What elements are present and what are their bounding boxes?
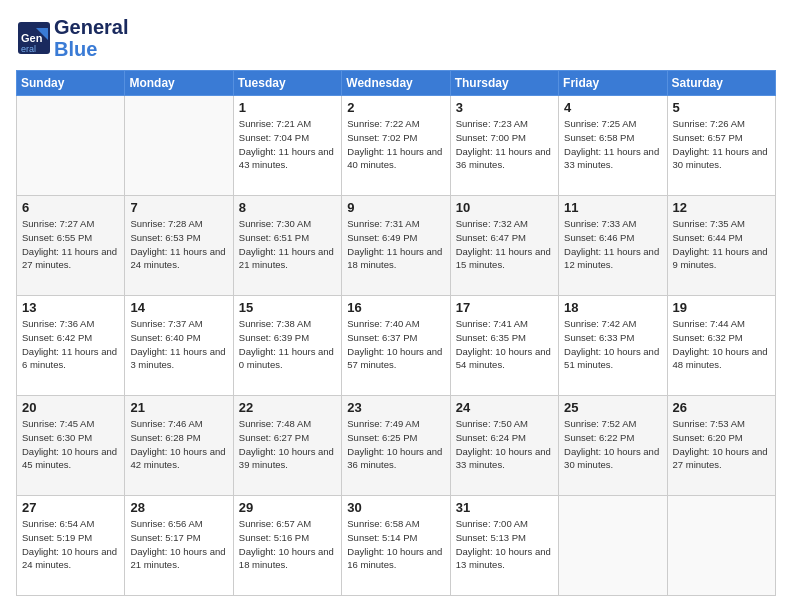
day-number: 24 [456,400,553,415]
day-info: Sunrise: 7:26 AM Sunset: 6:57 PM Dayligh… [673,117,770,172]
day-number: 7 [130,200,227,215]
day-info: Sunrise: 7:46 AM Sunset: 6:28 PM Dayligh… [130,417,227,472]
calendar-cell: 14Sunrise: 7:37 AM Sunset: 6:40 PM Dayli… [125,296,233,396]
day-info: Sunrise: 7:27 AM Sunset: 6:55 PM Dayligh… [22,217,119,272]
day-info: Sunrise: 6:56 AM Sunset: 5:17 PM Dayligh… [130,517,227,572]
logo: Gen eral General Blue [16,16,128,60]
day-info: Sunrise: 7:31 AM Sunset: 6:49 PM Dayligh… [347,217,444,272]
day-info: Sunrise: 6:54 AM Sunset: 5:19 PM Dayligh… [22,517,119,572]
svg-text:eral: eral [21,44,36,54]
day-info: Sunrise: 7:42 AM Sunset: 6:33 PM Dayligh… [564,317,661,372]
day-number: 20 [22,400,119,415]
calendar-cell: 3Sunrise: 7:23 AM Sunset: 7:00 PM Daylig… [450,96,558,196]
calendar-week-1: 1Sunrise: 7:21 AM Sunset: 7:04 PM Daylig… [17,96,776,196]
calendar-cell: 10Sunrise: 7:32 AM Sunset: 6:47 PM Dayli… [450,196,558,296]
calendar-week-3: 13Sunrise: 7:36 AM Sunset: 6:42 PM Dayli… [17,296,776,396]
day-info: Sunrise: 7:30 AM Sunset: 6:51 PM Dayligh… [239,217,336,272]
logo-icon: Gen eral [16,20,52,56]
day-number: 21 [130,400,227,415]
day-info: Sunrise: 7:53 AM Sunset: 6:20 PM Dayligh… [673,417,770,472]
page: Gen eral General Blue SundayMondayTuesda… [0,0,792,612]
day-number: 2 [347,100,444,115]
day-info: Sunrise: 7:23 AM Sunset: 7:00 PM Dayligh… [456,117,553,172]
day-number: 30 [347,500,444,515]
calendar-cell: 29Sunrise: 6:57 AM Sunset: 5:16 PM Dayli… [233,496,341,596]
calendar-cell: 4Sunrise: 7:25 AM Sunset: 6:58 PM Daylig… [559,96,667,196]
day-info: Sunrise: 7:22 AM Sunset: 7:02 PM Dayligh… [347,117,444,172]
calendar-cell [17,96,125,196]
calendar-cell: 12Sunrise: 7:35 AM Sunset: 6:44 PM Dayli… [667,196,775,296]
day-number: 10 [456,200,553,215]
day-number: 18 [564,300,661,315]
svg-text:Gen: Gen [21,32,43,44]
day-info: Sunrise: 7:52 AM Sunset: 6:22 PM Dayligh… [564,417,661,472]
day-number: 25 [564,400,661,415]
calendar-table: SundayMondayTuesdayWednesdayThursdayFrid… [16,70,776,596]
calendar-cell: 2Sunrise: 7:22 AM Sunset: 7:02 PM Daylig… [342,96,450,196]
calendar-cell: 26Sunrise: 7:53 AM Sunset: 6:20 PM Dayli… [667,396,775,496]
day-number: 22 [239,400,336,415]
day-number: 4 [564,100,661,115]
day-number: 1 [239,100,336,115]
day-number: 15 [239,300,336,315]
calendar-cell: 30Sunrise: 6:58 AM Sunset: 5:14 PM Dayli… [342,496,450,596]
calendar-cell: 5Sunrise: 7:26 AM Sunset: 6:57 PM Daylig… [667,96,775,196]
calendar-cell: 19Sunrise: 7:44 AM Sunset: 6:32 PM Dayli… [667,296,775,396]
calendar-cell: 6Sunrise: 7:27 AM Sunset: 6:55 PM Daylig… [17,196,125,296]
calendar-cell: 16Sunrise: 7:40 AM Sunset: 6:37 PM Dayli… [342,296,450,396]
calendar-cell [559,496,667,596]
calendar-cell: 1Sunrise: 7:21 AM Sunset: 7:04 PM Daylig… [233,96,341,196]
day-info: Sunrise: 7:28 AM Sunset: 6:53 PM Dayligh… [130,217,227,272]
calendar-week-4: 20Sunrise: 7:45 AM Sunset: 6:30 PM Dayli… [17,396,776,496]
day-info: Sunrise: 7:37 AM Sunset: 6:40 PM Dayligh… [130,317,227,372]
day-number: 26 [673,400,770,415]
day-number: 8 [239,200,336,215]
day-number: 19 [673,300,770,315]
calendar-cell [125,96,233,196]
calendar-cell: 21Sunrise: 7:46 AM Sunset: 6:28 PM Dayli… [125,396,233,496]
weekday-header-saturday: Saturday [667,71,775,96]
calendar-cell: 15Sunrise: 7:38 AM Sunset: 6:39 PM Dayli… [233,296,341,396]
calendar-cell: 11Sunrise: 7:33 AM Sunset: 6:46 PM Dayli… [559,196,667,296]
calendar-cell: 24Sunrise: 7:50 AM Sunset: 6:24 PM Dayli… [450,396,558,496]
logo-text-line1: General [54,16,128,38]
weekday-header-sunday: Sunday [17,71,125,96]
day-info: Sunrise: 7:50 AM Sunset: 6:24 PM Dayligh… [456,417,553,472]
weekday-header-wednesday: Wednesday [342,71,450,96]
day-info: Sunrise: 7:48 AM Sunset: 6:27 PM Dayligh… [239,417,336,472]
day-info: Sunrise: 7:00 AM Sunset: 5:13 PM Dayligh… [456,517,553,572]
weekday-header-thursday: Thursday [450,71,558,96]
day-number: 11 [564,200,661,215]
day-number: 5 [673,100,770,115]
day-info: Sunrise: 7:33 AM Sunset: 6:46 PM Dayligh… [564,217,661,272]
calendar-cell: 23Sunrise: 7:49 AM Sunset: 6:25 PM Dayli… [342,396,450,496]
calendar-cell: 28Sunrise: 6:56 AM Sunset: 5:17 PM Dayli… [125,496,233,596]
day-number: 14 [130,300,227,315]
day-number: 16 [347,300,444,315]
day-number: 17 [456,300,553,315]
calendar-week-5: 27Sunrise: 6:54 AM Sunset: 5:19 PM Dayli… [17,496,776,596]
day-info: Sunrise: 7:40 AM Sunset: 6:37 PM Dayligh… [347,317,444,372]
day-number: 3 [456,100,553,115]
day-info: Sunrise: 7:41 AM Sunset: 6:35 PM Dayligh… [456,317,553,372]
day-number: 23 [347,400,444,415]
day-number: 28 [130,500,227,515]
calendar-week-2: 6Sunrise: 7:27 AM Sunset: 6:55 PM Daylig… [17,196,776,296]
day-info: Sunrise: 6:57 AM Sunset: 5:16 PM Dayligh… [239,517,336,572]
calendar-cell: 31Sunrise: 7:00 AM Sunset: 5:13 PM Dayli… [450,496,558,596]
calendar-cell: 22Sunrise: 7:48 AM Sunset: 6:27 PM Dayli… [233,396,341,496]
day-number: 13 [22,300,119,315]
day-info: Sunrise: 7:36 AM Sunset: 6:42 PM Dayligh… [22,317,119,372]
day-number: 9 [347,200,444,215]
weekday-header-row: SundayMondayTuesdayWednesdayThursdayFrid… [17,71,776,96]
day-info: Sunrise: 7:32 AM Sunset: 6:47 PM Dayligh… [456,217,553,272]
day-number: 27 [22,500,119,515]
day-info: Sunrise: 6:58 AM Sunset: 5:14 PM Dayligh… [347,517,444,572]
calendar-cell [667,496,775,596]
calendar-cell: 8Sunrise: 7:30 AM Sunset: 6:51 PM Daylig… [233,196,341,296]
day-info: Sunrise: 7:49 AM Sunset: 6:25 PM Dayligh… [347,417,444,472]
day-info: Sunrise: 7:35 AM Sunset: 6:44 PM Dayligh… [673,217,770,272]
weekday-header-friday: Friday [559,71,667,96]
logo-text-line2: Blue [54,38,128,60]
day-number: 31 [456,500,553,515]
